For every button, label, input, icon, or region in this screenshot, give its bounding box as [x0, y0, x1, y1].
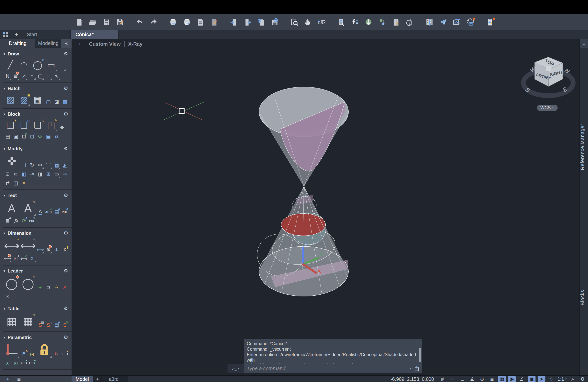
rotate-tool[interactable]: ↻: [28, 161, 36, 169]
disclosure-icon[interactable]: ▾: [3, 52, 5, 56]
gear-icon[interactable]: ⚙: [63, 268, 68, 274]
dimension-edit-tool[interactable]: ⟷✎: [20, 238, 36, 254]
solid-edit-tool[interactable]: ◨: [37, 170, 44, 178]
adjust-space-tool[interactable]: ⇕▮: [61, 245, 68, 254]
command-prompt[interactable]: >_▾: [228, 364, 244, 373]
center-mark-tool[interactable]: ⊕: [45, 245, 52, 254]
hatch-tag-tool[interactable]: ◪: [53, 98, 60, 106]
disclosure-icon[interactable]: ▾: [3, 112, 5, 116]
add-palette-button[interactable]: +: [6, 376, 9, 382]
angle-toggle[interactable]: ∠: [518, 376, 525, 382]
arc-tool[interactable]: ◠: [18, 59, 30, 71]
find-text-tool[interactable]: ◎: [12, 217, 20, 225]
command-scrollbar[interactable]: [419, 348, 421, 362]
mirror-tool[interactable]: ◭: [61, 161, 68, 169]
page-setup-icon[interactable]: [196, 18, 205, 27]
line-tool[interactable]: ╱: [4, 59, 17, 71]
wcs-dropdown[interactable]: WCS▽: [537, 105, 558, 111]
pan-icon[interactable]: [304, 18, 313, 27]
print-icon[interactable]: [169, 18, 178, 27]
multileader-tool[interactable]: ◯↙: [4, 276, 20, 291]
dim-break-tool[interactable]: X: [28, 255, 36, 263]
revision-cloud-tool[interactable]: ▢: [37, 72, 44, 80]
command-detach-icon[interactable]: [414, 366, 420, 371]
settings-toggle[interactable]: ⚙: [579, 376, 587, 382]
disclosure-icon[interactable]: ▾: [3, 307, 5, 311]
data-download-tool[interactable]: S↓: [45, 321, 52, 329]
right-collapse-button[interactable]: «: [580, 39, 588, 48]
arrange-tool[interactable]: ◫: [12, 179, 20, 187]
tab-a3rd[interactable]: a3rd: [102, 376, 126, 382]
clean-tool[interactable]: ▼: [20, 179, 28, 187]
gear-icon[interactable]: ⚙: [63, 111, 68, 117]
dim-hide-tool[interactable]: ⟷●: [28, 359, 36, 367]
palette-list-button[interactable]: ≣: [17, 376, 21, 382]
selection-cycling-toggle[interactable]: ◉: [508, 376, 516, 382]
count-icon[interactable]: [405, 18, 414, 27]
disclosure-icon[interactable]: ▾: [3, 269, 5, 273]
gear-icon[interactable]: ⚙: [63, 306, 68, 312]
leader-add-tool[interactable]: +: [37, 283, 44, 291]
drawing-viewport[interactable]: + Custom View X-Ray: [72, 39, 579, 375]
text-edit-tool[interactable]: A✎: [20, 200, 36, 216]
text-style-tool[interactable]: ▤A: [53, 208, 60, 216]
cloud-storage-icon[interactable]: [466, 18, 475, 27]
save-block-tool[interactable]: ▣: [12, 132, 20, 140]
zoom-window-icon[interactable]: [290, 18, 299, 27]
save-file-icon[interactable]: [102, 18, 111, 27]
table-tool[interactable]: ▦: [4, 314, 20, 329]
tolerance-tool[interactable]: ⊡.1: [12, 255, 20, 263]
rectangle-tool[interactable]: ▭: [45, 59, 58, 71]
command-history[interactable]: Command: *Cancel* Command: _vscurrent En…: [244, 340, 422, 364]
array-tool[interactable]: ▦: [53, 161, 60, 169]
command-input[interactable]: [247, 365, 410, 371]
sidebar-collapse-button[interactable]: «: [61, 39, 72, 48]
pdf-import-tool[interactable]: PDFA: [61, 208, 68, 216]
lock-constraint-tool[interactable]: [37, 342, 52, 358]
tab-blocks[interactable]: Blocks: [580, 286, 588, 309]
leader-remove-tool[interactable]: ✕: [61, 283, 68, 291]
gear-icon[interactable]: ⚙: [63, 192, 68, 198]
polar-tracking-toggle[interactable]: ∡: [468, 376, 476, 382]
mtext-tool[interactable]: A: [4, 200, 20, 216]
redo-icon[interactable]: [149, 18, 158, 27]
disclosure-icon[interactable]: ▾: [3, 231, 5, 235]
tab-start[interactable]: Start: [22, 30, 71, 39]
constraint-sync-tool[interactable]: ↻: [53, 350, 60, 358]
point-style-icon[interactable]: [378, 18, 387, 27]
gear-icon[interactable]: ⚙: [63, 146, 68, 152]
viewport-menu-button[interactable]: +: [78, 41, 81, 47]
dim-constraint-tool[interactable]: ⟷●: [61, 350, 68, 358]
trim-tool[interactable]: ✂: [37, 161, 44, 169]
add-layout-button[interactable]: +: [93, 376, 102, 382]
rectangle-edit-tool[interactable]: ▭: [53, 170, 60, 178]
measure-tool[interactable]: ↗: [20, 72, 28, 80]
hatch-display-toggle[interactable]: ▦: [498, 376, 506, 382]
fillet-tool[interactable]: ⌒: [45, 161, 52, 169]
leader-quick-tool[interactable]: ϟ: [53, 283, 60, 291]
text-update-tool[interactable]: ⟳A: [20, 217, 28, 225]
move-tool[interactable]: ✜: [4, 154, 20, 169]
pdf-settings-tool[interactable]: PDF✎: [28, 217, 36, 225]
save-web-icon[interactable]: [271, 18, 279, 27]
offset-tool[interactable]: ⊂: [12, 170, 20, 178]
grid-toggle[interactable]: #: [439, 376, 446, 382]
purge-icon[interactable]: [392, 18, 400, 27]
block-replace-tool[interactable]: ⇄: [53, 132, 60, 140]
lineweight-toggle[interactable]: ≣: [488, 376, 496, 382]
table-style-tool[interactable]: ▤A: [53, 321, 60, 329]
select-add-tool[interactable]: ⊡: [4, 170, 11, 178]
quick-select-icon[interactable]: [351, 18, 359, 27]
tab-overview-icon[interactable]: [0, 30, 11, 39]
gear-icon[interactable]: ⚙: [63, 85, 68, 91]
continue-tool[interactable]: ⟷: [4, 255, 11, 263]
dim-check-tool[interactable]: ⟷✓: [20, 255, 28, 263]
block-select-tool[interactable]: ◻➤: [20, 132, 28, 140]
spline-tool[interactable]: ∿: [53, 72, 60, 80]
snap-tracking-toggle[interactable]: ➤: [538, 376, 546, 382]
disclosure-icon[interactable]: ▾: [3, 86, 5, 91]
point-tool[interactable]: ∷: [45, 72, 52, 80]
snap-toggle[interactable]: ∷: [448, 376, 456, 382]
block-table-tool[interactable]: ▤: [4, 132, 11, 140]
copy-tool[interactable]: ❐: [20, 161, 28, 169]
